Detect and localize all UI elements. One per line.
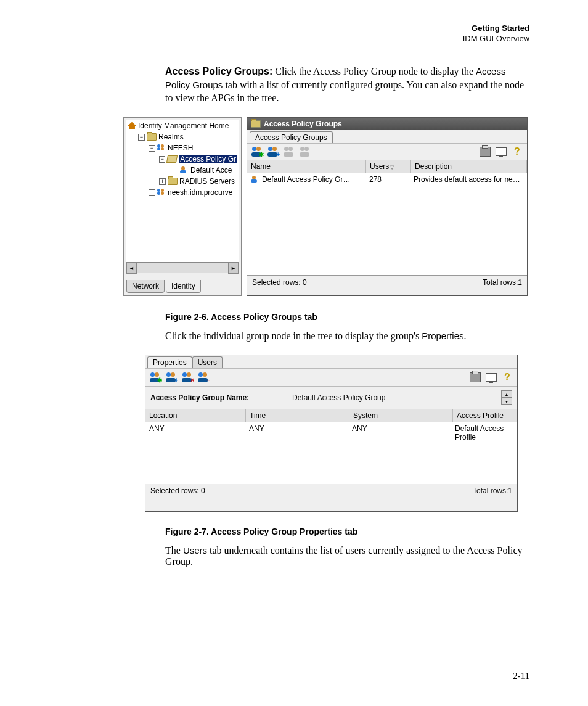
tree-root[interactable]: Identity Management Home <box>126 120 239 131</box>
figure-2-6-screenshot: Identity Management Home − Realms − NEES… <box>123 117 530 296</box>
total-rows: Total rows:1 <box>483 278 522 287</box>
realm-icon <box>157 144 166 152</box>
group-icon <box>251 176 259 183</box>
disabled-group-button-1 <box>283 146 295 158</box>
scroll-left-icon[interactable]: ◄ <box>126 263 137 274</box>
display-button[interactable] <box>485 371 497 384</box>
add-group-button[interactable]: ✱ <box>251 146 263 158</box>
cell-access-profile: Default Access Profile <box>451 422 517 443</box>
table-row[interactable]: ANY ANY ANY Default Access Profile <box>145 422 517 443</box>
sort-desc-icon: ▽ <box>390 165 394 170</box>
disabled-group-button-2 <box>299 146 311 158</box>
print-icon <box>470 372 481 382</box>
monitor-icon <box>486 373 497 382</box>
tab-network[interactable]: Network <box>126 280 165 293</box>
panel-title: Access Policy Groups <box>264 120 342 128</box>
folder-icon <box>147 133 157 141</box>
tab-identity[interactable]: Identity <box>166 280 201 293</box>
spin-down-icon[interactable]: ▼ <box>501 398 512 405</box>
col-location[interactable]: Location <box>145 409 246 422</box>
tree-domain[interactable]: + neesh.idm.procurve <box>126 187 239 198</box>
home-icon <box>128 122 136 129</box>
col-time[interactable]: Time <box>246 409 349 422</box>
header-chapter: Getting Started <box>463 23 529 34</box>
folder-icon <box>251 120 261 128</box>
row-spinner[interactable]: ▲ ▼ <box>501 390 512 405</box>
nav-tree[interactable]: Identity Management Home − Realms − NEES… <box>126 120 239 263</box>
tree-neesh[interactable]: − NEESH <box>126 142 239 154</box>
selected-rows: Selected rows: 0 <box>150 486 205 495</box>
apg-status-bar: Selected rows: 0 Total rows:1 <box>247 276 527 289</box>
paragraph-3: The Users tab underneath contains the li… <box>165 545 532 567</box>
cell-system: ANY <box>348 422 451 443</box>
realm-icon <box>157 189 166 196</box>
folder-open-icon <box>166 155 178 163</box>
apg-list-panel: Access Policy Groups Access Policy Group… <box>247 117 528 296</box>
props-toolbar: ✱ + × − ? <box>145 368 517 387</box>
col-description[interactable]: Description <box>411 160 527 173</box>
cell-name: Default Access Policy Gr… <box>262 175 350 184</box>
print-icon <box>480 147 491 157</box>
props-table-body[interactable]: ANY ANY ANY Default Access Profile <box>145 422 517 484</box>
edit-group-button[interactable]: + <box>165 371 178 384</box>
props-status-bar: Selected rows: 0 Total rows:1 <box>145 484 517 498</box>
table-row[interactable]: Default Access Policy Gr… 278 Provides d… <box>247 173 527 186</box>
tree-selected-label: Access Policy Gr <box>179 155 237 163</box>
apg-name-value: Default Access Policy Group <box>292 393 501 402</box>
add-group-button[interactable]: ✱ <box>149 371 161 384</box>
footer-rule <box>59 665 529 665</box>
figure-2-7-screenshot: Properties Users ✱ + × − ? Access Policy… <box>145 355 518 512</box>
scroll-right-icon[interactable]: ► <box>228 263 239 274</box>
expand-icon[interactable]: + <box>149 189 155 196</box>
delete-group-button[interactable]: − <box>197 371 210 384</box>
figure-2-7-caption: Figure 2-7. Access Policy Group Properti… <box>165 527 532 536</box>
tree-realms[interactable]: − Realms <box>126 131 239 142</box>
collapse-icon[interactable]: − <box>159 156 166 163</box>
print-button[interactable] <box>479 146 491 158</box>
apg-name-label: Access Policy Group Name: <box>150 393 292 402</box>
tree-apg[interactable]: − Access Policy Gr <box>126 154 239 165</box>
cell-users: 278 <box>365 175 410 184</box>
spin-up-icon[interactable]: ▲ <box>501 390 512 398</box>
display-button[interactable] <box>495 146 507 158</box>
folder-icon <box>168 178 178 185</box>
gui-term-users: Users <box>183 545 207 556</box>
apg-table-header: Name Users▽ Description <box>247 160 527 173</box>
intro-paragraph: Access Policy Groups: Click the Access P… <box>165 65 532 105</box>
nav-tree-panel: Identity Management Home − Realms − NEES… <box>123 117 242 296</box>
page-number: 2-11 <box>513 671 529 681</box>
page-header: Getting Started IDM GUI Overview <box>463 23 529 44</box>
expand-icon[interactable]: + <box>159 178 166 185</box>
tree-default-apg[interactable]: Default Acce <box>126 165 239 176</box>
collapse-icon[interactable]: − <box>138 134 145 141</box>
apg-name-row: Access Policy Group Name: Default Access… <box>145 387 517 409</box>
tab-users[interactable]: Users <box>192 356 223 368</box>
figure-2-6-caption: Figure 2-6. Access Policy Groups tab <box>165 312 532 322</box>
tree-scrollbar[interactable]: ◄ ► <box>126 262 239 273</box>
tab-properties[interactable]: Properties <box>147 356 192 368</box>
tree-radius[interactable]: + RADIUS Servers <box>126 176 239 187</box>
selected-rows: Selected rows: 0 <box>252 278 307 287</box>
help-button[interactable]: ? <box>501 371 513 384</box>
print-button[interactable] <box>469 371 481 384</box>
intro-bold: Access Policy Groups: <box>165 66 272 76</box>
col-access-profile[interactable]: Access Profile <box>453 409 517 422</box>
gui-term-properties: Properties <box>422 330 463 341</box>
col-users[interactable]: Users▽ <box>366 160 411 173</box>
group-icon <box>180 166 189 174</box>
cell-time: ANY <box>245 422 348 443</box>
copy-group-button[interactable]: × <box>181 371 194 384</box>
cell-location: ANY <box>145 422 245 443</box>
props-table-header: Location Time System Access Profile <box>145 409 517 422</box>
help-button[interactable]: ? <box>511 146 523 158</box>
col-system[interactable]: System <box>349 409 453 422</box>
monitor-icon <box>496 147 507 156</box>
apg-table-body[interactable]: Default Access Policy Gr… 278 Provides d… <box>247 173 527 276</box>
edit-group-button[interactable]: + <box>267 146 279 158</box>
subtab-apg[interactable]: Access Policy Groups <box>250 131 333 143</box>
col-name[interactable]: Name <box>247 160 366 173</box>
header-section: IDM GUI Overview <box>463 34 529 44</box>
collapse-icon[interactable]: − <box>149 145 155 152</box>
total-rows: Total rows:1 <box>473 486 512 495</box>
cell-description: Provides default access for ne… <box>410 175 527 184</box>
